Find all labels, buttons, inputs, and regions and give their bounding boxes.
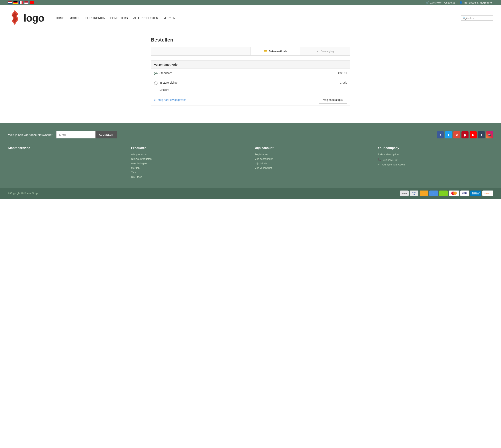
email-address: your@company.com (382, 163, 405, 166)
footer-company: Your company A short description 📞 012 3… (378, 146, 493, 180)
mijn-account-title: Mijn account (254, 146, 370, 150)
next-button[interactable]: Volgende stap » (319, 96, 347, 104)
shipping-option-pickup-content: In-store pickup (159, 81, 338, 85)
cart-info[interactable]: 🛒 1 Artikelen - C$309.98 (426, 1, 455, 4)
shipping-option-pickup[interactable]: In-store pickup Gratis (Afhalen) (151, 78, 350, 94)
bottom-bar: © Copyright 2019 Your Shop BANK PayPal ·… (0, 188, 501, 199)
nav-computers[interactable]: COMPUTERS (110, 16, 128, 20)
nav-elektronica[interactable]: ELEKTRONICA (86, 16, 105, 20)
logo-icon (8, 9, 21, 27)
nav-buttons: « Terug naar uw gegevens Volgende stap » (151, 94, 350, 106)
account-info[interactable]: 👤 Mijn account / Registreren (459, 1, 493, 4)
newsletter-input[interactable] (56, 131, 95, 138)
top-bar: 🛒 1 Artikelen - C$309.98 👤 Mijn account … (0, 0, 501, 5)
link-nieuwe-producten[interactable]: Nieuwe producten (131, 158, 247, 160)
social-icons: f t g+ p ▶ t 📷 (437, 131, 493, 138)
nav-mobiel[interactable]: MOBIEL (70, 16, 80, 20)
step-2 (201, 47, 251, 55)
nav-home[interactable]: HOME (56, 16, 64, 20)
account-text: Mijn account / Registreren (464, 1, 493, 4)
cart-text: 1 Artikelen - C$309.98 (430, 1, 455, 4)
link-registreren[interactable]: Registreren (254, 153, 370, 156)
payment-discover: DISCOVER (482, 191, 493, 196)
shipping-sub-pickup: (Afhalen) (159, 89, 169, 91)
klantenservice-title: Klantenservice (8, 146, 123, 150)
link-bestellingen[interactable]: Mijn bestellingen (254, 158, 370, 160)
link-merken[interactable]: Merken (131, 166, 247, 169)
payment-5: ··· (439, 191, 448, 196)
pinterest-icon[interactable]: p (461, 131, 469, 138)
payment-amex: AMERICANEXPRESS (470, 191, 481, 196)
company-email: ✉ your@company.com (378, 163, 493, 166)
company-title: Your company (378, 146, 493, 150)
newsletter-row: Meld je aan voor onze nieuwsbrief: ABONN… (8, 131, 493, 138)
footer-klantenservice: Klantenservice (8, 146, 123, 180)
step-1 (151, 47, 201, 55)
payment-4: ··· (429, 191, 438, 196)
payment-icon: 💳 (264, 50, 267, 53)
company-description: A short description (378, 153, 493, 156)
footer-columns: Klantenservice Producten Alle producten … (8, 146, 493, 180)
link-tickets[interactable]: Mijn tickets (254, 162, 370, 165)
step-bevestiging: ✓ Bevestiging (300, 47, 350, 55)
facebook-icon[interactable]: f (437, 131, 444, 138)
top-bar-right: 🛒 1 Artikelen - C$309.98 👤 Mijn account … (426, 1, 493, 4)
payment-icons: BANK PayPal ··· ··· ··· VISA AMERICANEXP… (400, 191, 493, 196)
link-alle-producten[interactable]: Alle producten (131, 153, 247, 156)
shipping-price-pickup: Gratis (340, 81, 347, 84)
flag-de[interactable] (13, 1, 18, 4)
shipping-label-pickup: In-store pickup (159, 81, 338, 84)
logo-area: logo (8, 9, 44, 27)
footer: Meld je aan voor onze nieuwsbrief: ABONN… (0, 123, 501, 188)
back-link[interactable]: « Terug naar uw gegevens (154, 98, 186, 101)
cart-icon: 🛒 (426, 1, 429, 4)
logo-text: logo (23, 12, 44, 24)
tumblr-icon[interactable]: t (478, 131, 485, 138)
twitter-icon[interactable]: t (445, 131, 452, 138)
search-icon: 🔍 (463, 16, 466, 20)
flag-nl[interactable] (8, 1, 12, 4)
link-verlanglijst[interactable]: Mijn verlanglijst (254, 166, 370, 169)
phone-number: 012 3456789 (383, 159, 397, 161)
payment-paypal: PayPal (410, 191, 418, 196)
shipping-header: Verzendmethode (151, 61, 350, 69)
newsletter-form: ABONNEER (56, 131, 117, 138)
flag-ca[interactable] (30, 1, 34, 4)
instagram-icon[interactable]: 📷 (486, 131, 493, 138)
language-flags (8, 1, 34, 4)
payment-3: ··· (420, 191, 428, 196)
flag-us[interactable] (24, 1, 29, 4)
link-aanbiedingen[interactable]: Aanbiedingen (131, 162, 247, 165)
step-bevestiging-label: Bevestiging (321, 50, 334, 53)
copyright: © Copyright 2019 Your Shop (8, 192, 38, 195)
step-betaalmethode: 💳 Betaalmethode (251, 47, 301, 55)
svg-point-1 (453, 192, 457, 195)
link-rss[interactable]: RSS-feed (131, 176, 247, 178)
nav-alle-producten[interactable]: ALLE PRODUCTEN (133, 16, 158, 20)
shipping-option-standaard[interactable]: Standaard C$9.99 (151, 69, 350, 78)
header: logo HOME MOBIEL ELEKTRONICA COMPUTERS A… (0, 5, 501, 31)
payment-mastercard (449, 191, 459, 196)
radio-pickup[interactable] (154, 81, 157, 85)
main-nav: HOME MOBIEL ELEKTRONICA COMPUTERS ALLE P… (56, 16, 493, 21)
link-tags[interactable]: Tags (131, 171, 247, 174)
page-title: Bestellen (151, 37, 350, 43)
phone-icon: 📞 (378, 158, 381, 161)
newsletter-button[interactable]: ABONNEER (95, 131, 117, 138)
search-box: 🔍 (461, 16, 493, 21)
flag-fr[interactable] (19, 1, 23, 4)
email-icon: ✉ (378, 163, 380, 166)
radio-standaard[interactable] (154, 72, 157, 75)
google-plus-icon[interactable]: g+ (453, 131, 460, 138)
account-icon: 👤 (459, 1, 462, 4)
search-input[interactable] (466, 17, 491, 20)
payment-bank: BANK (400, 191, 409, 196)
step-betaalmethode-label: Betaalmethode (269, 50, 287, 53)
main-content: Bestellen 💳 Betaalmethode ✓ Bevestiging … (143, 31, 358, 115)
nav-merken[interactable]: MERKEN (164, 16, 175, 20)
youtube-icon[interactable]: ▶ (470, 131, 477, 138)
shipping-section: Verzendmethode Standaard C$9.99 In-store… (151, 60, 350, 106)
company-phone: 📞 012 3456789 (378, 158, 493, 161)
checkout-steps: 💳 Betaalmethode ✓ Bevestiging (151, 47, 350, 56)
footer-mijn-account: Mijn account Registreren Mijn bestelling… (254, 146, 370, 180)
